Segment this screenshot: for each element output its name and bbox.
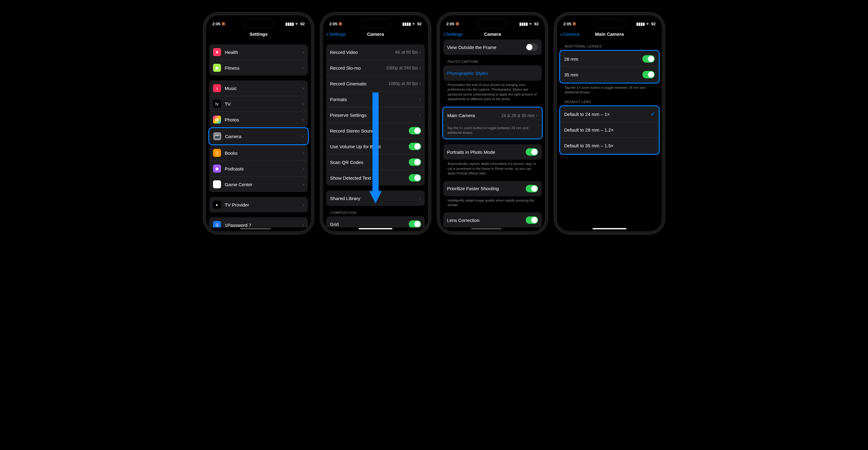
row-label: Game Center xyxy=(225,182,302,187)
camera-row-record-slo-mo[interactable]: Record Slo-mo 1080p at 240 fps › xyxy=(326,60,425,76)
dynamic-island xyxy=(360,19,391,28)
lens-row-28-mm[interactable]: 28 mm xyxy=(560,51,658,66)
settings-row-game-center[interactable]: ✦ Game Center › xyxy=(209,176,308,192)
toggle-switch[interactable] xyxy=(409,127,421,134)
additional-lenses-header: ADDITIONAL LENSES xyxy=(560,45,659,50)
camera-row-record-cinematic[interactable]: Record Cinematic 1080p at 30 fps › xyxy=(326,76,425,91)
main-camera-row[interactable]: Main Camera 24 & 28 & 35 mm › xyxy=(443,108,541,123)
nav-title: Settings xyxy=(249,31,268,37)
nav-bar: ‹Settings Camera xyxy=(323,28,428,39)
chevron-right-icon: › xyxy=(536,112,538,119)
chevron-right-icon: › xyxy=(419,65,421,71)
home-indicator xyxy=(592,228,626,229)
row-label: Scan QR Codes xyxy=(330,160,409,165)
battery-icon: 92 xyxy=(534,22,539,26)
wifi-icon: ᯤ xyxy=(529,22,533,26)
lenses-footer: Tap the 1× zoom button to toggle between… xyxy=(560,84,659,95)
row-label: Music xyxy=(225,86,302,91)
signal-icon: ▮▮▮▮ xyxy=(636,22,645,26)
chevron-right-icon: › xyxy=(419,80,421,87)
toggle-switch[interactable] xyxy=(642,55,655,62)
camera-row-scan-qr-codes[interactable]: Scan QR Codes xyxy=(326,154,425,170)
silent-icon: 🔕 xyxy=(572,22,577,26)
settings-row-health[interactable]: ♥ Health › xyxy=(209,45,308,60)
settings-row-photos[interactable]: ✿ Photos › xyxy=(209,112,308,127)
nav-bar: ‹Settings Camera xyxy=(440,28,545,39)
camera-row-lens-correction[interactable]: Lens Correction xyxy=(443,213,542,227)
row-label: Lens Correction xyxy=(447,218,526,223)
toggle-switch[interactable] xyxy=(409,159,421,166)
phone-settings: 2:05🔕 ▮▮▮▮ᯤ92 Settings ♥ Health › ◉ Fitn… xyxy=(203,12,314,234)
photographic-styles-row[interactable]: Photographic Styles xyxy=(443,65,542,81)
row-value: 4K at 60 fps xyxy=(395,50,418,55)
default-row-default-to-35-mm-–-1.5×[interactable]: Default to 35 mm – 1.5× xyxy=(560,138,658,153)
settings-row-1password-7[interactable]: ① 1Password 7 › xyxy=(209,217,308,227)
row-label: Books xyxy=(225,150,302,156)
toggle-switch[interactable] xyxy=(409,143,421,150)
app-icon: ✦ xyxy=(213,180,221,188)
chevron-right-icon: › xyxy=(302,49,304,55)
camera-row-record-stereo-sound[interactable]: Record Stereo Sound xyxy=(326,123,425,138)
default-lens-header: DEFAULT LENS xyxy=(560,100,659,105)
back-button[interactable]: ‹Settings xyxy=(443,31,463,37)
status-time: 2:05 xyxy=(329,22,337,26)
camera-photo-capture-content[interactable]: View Outside the Frame PHOTO CAPTURE Pho… xyxy=(440,39,545,227)
app-icon: ♥ xyxy=(213,48,221,56)
row-label: 35 mm xyxy=(564,72,642,77)
toggle-switch[interactable] xyxy=(526,185,538,192)
chevron-right-icon: › xyxy=(302,166,304,172)
chevron-right-icon: › xyxy=(302,65,304,71)
back-button[interactable]: ‹Settings xyxy=(326,31,346,37)
toggle-switch[interactable] xyxy=(642,71,655,78)
toggle-switch[interactable] xyxy=(526,216,538,224)
row-label: 28 mm xyxy=(564,56,642,62)
dynamic-island xyxy=(594,19,625,28)
toggle-switch[interactable] xyxy=(526,44,538,51)
row-label: Health xyxy=(225,50,302,55)
settings-row-fitness[interactable]: ◉ Fitness › xyxy=(209,60,308,76)
default-row-default-to-28-mm-–-1.2×[interactable]: Default to 28 mm – 1.2× xyxy=(560,122,658,138)
settings-row-podcasts[interactable]: ◉ Podcasts › xyxy=(209,161,308,176)
battery-icon: 92 xyxy=(301,22,305,26)
settings-row-music[interactable]: ♪ Music › xyxy=(209,80,308,96)
view-outside-frame-row[interactable]: View Outside the Frame xyxy=(443,39,542,55)
camera-row-formats[interactable]: Formats › xyxy=(326,91,425,107)
camera-row-show-detected-text[interactable]: Show Detected Text xyxy=(326,170,425,186)
row-label: Record Cinematic xyxy=(330,81,388,86)
settings-row-tv-provider[interactable]: ▸ TV Provider › xyxy=(209,197,308,213)
back-button[interactable]: ‹Camera xyxy=(560,31,579,37)
app-icon: ▯ xyxy=(213,149,221,157)
row-value: 1080p at 30 fps xyxy=(388,81,418,86)
app-icon: 📷 xyxy=(213,132,221,140)
camera-row-use-volume-up-for-burst[interactable]: Use Volume Up for Burst xyxy=(326,138,425,154)
row-label: TV xyxy=(225,102,302,107)
camera-row-record-video[interactable]: Record Video 4K at 60 fps › xyxy=(326,45,425,60)
camera-row-grid[interactable]: Grid xyxy=(326,216,425,227)
chevron-left-icon: ‹ xyxy=(326,31,329,37)
lens-row-35-mm[interactable]: 35 mm xyxy=(560,66,658,82)
row-label: Default to 24 mm – 1× xyxy=(564,112,651,117)
row-label: Record Stereo Sound xyxy=(330,128,409,134)
camera-row-portraits-in-photo-mode[interactable]: Portraits in Photo Mode xyxy=(443,144,542,160)
camera-row-prioritize-faster-shooting[interactable]: Prioritize Faster Shooting xyxy=(443,181,542,196)
toggle-switch[interactable] xyxy=(409,174,421,181)
camera-row-shared-library[interactable]: Shared Library › xyxy=(326,191,425,206)
toggle-switch[interactable] xyxy=(526,148,538,156)
row-label: Grid xyxy=(330,222,409,227)
chevron-right-icon: › xyxy=(302,101,304,107)
wifi-icon: ᯤ xyxy=(412,22,416,26)
settings-row-books[interactable]: ▯ Books › xyxy=(209,145,308,161)
camera-settings-content[interactable]: Record Video 4K at 60 fps › Record Slo-m… xyxy=(323,39,428,227)
toggle-switch[interactable] xyxy=(409,220,421,227)
settings-row-camera[interactable]: 📷 Camera › xyxy=(210,129,308,144)
chevron-right-icon: › xyxy=(302,181,304,188)
chevron-right-icon: › xyxy=(302,222,304,228)
phone-camera-settings: 2:05🔕 ▮▮▮▮ᯤ92 ‹Settings Camera Record Vi… xyxy=(320,12,431,234)
settings-row-tv[interactable]: tv TV › xyxy=(209,96,308,112)
phone-camera-photo-capture: 2:05🔕 ▮▮▮▮ᯤ92 ‹Settings Camera View Outs… xyxy=(437,12,548,234)
camera-row-preserve-settings[interactable]: Preserve Settings › xyxy=(326,107,425,123)
default-row-default-to-24-mm-–-1×[interactable]: Default to 24 mm – 1× ✓ xyxy=(560,107,658,122)
settings-content[interactable]: ♥ Health › ◉ Fitness › ♪ Music › tv TV ›… xyxy=(206,39,311,227)
main-camera-content[interactable]: ADDITIONAL LENSES 28 mm 35 mm Tap the 1×… xyxy=(557,39,662,227)
row-label: Photos xyxy=(225,117,302,122)
